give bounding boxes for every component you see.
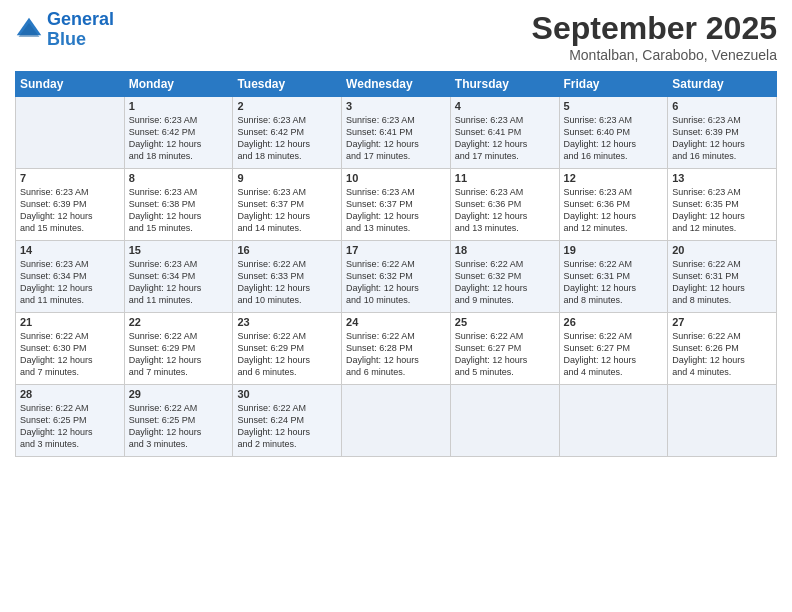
col-header-friday: Friday — [559, 72, 668, 97]
calendar-header-row: SundayMondayTuesdayWednesdayThursdayFrid… — [16, 72, 777, 97]
day-number: 27 — [672, 316, 772, 328]
col-header-monday: Monday — [124, 72, 233, 97]
calendar-table: SundayMondayTuesdayWednesdayThursdayFrid… — [15, 71, 777, 457]
day-cell — [668, 385, 777, 457]
day-number: 20 — [672, 244, 772, 256]
day-cell — [450, 385, 559, 457]
day-number: 2 — [237, 100, 337, 112]
week-row-4: 21Sunrise: 6:22 AM Sunset: 6:30 PM Dayli… — [16, 313, 777, 385]
day-cell: 20Sunrise: 6:22 AM Sunset: 6:31 PM Dayli… — [668, 241, 777, 313]
day-cell — [16, 97, 125, 169]
col-header-sunday: Sunday — [16, 72, 125, 97]
day-cell: 1Sunrise: 6:23 AM Sunset: 6:42 PM Daylig… — [124, 97, 233, 169]
day-cell: 30Sunrise: 6:22 AM Sunset: 6:24 PM Dayli… — [233, 385, 342, 457]
day-cell: 7Sunrise: 6:23 AM Sunset: 6:39 PM Daylig… — [16, 169, 125, 241]
day-number: 9 — [237, 172, 337, 184]
day-number: 30 — [237, 388, 337, 400]
page: General Blue September 2025 Montalban, C… — [0, 0, 792, 612]
day-info: Sunrise: 6:23 AM Sunset: 6:34 PM Dayligh… — [129, 258, 229, 307]
day-number: 5 — [564, 100, 664, 112]
day-info: Sunrise: 6:23 AM Sunset: 6:36 PM Dayligh… — [455, 186, 555, 235]
day-info: Sunrise: 6:23 AM Sunset: 6:34 PM Dayligh… — [20, 258, 120, 307]
day-number: 22 — [129, 316, 229, 328]
week-row-3: 14Sunrise: 6:23 AM Sunset: 6:34 PM Dayli… — [16, 241, 777, 313]
day-cell: 5Sunrise: 6:23 AM Sunset: 6:40 PM Daylig… — [559, 97, 668, 169]
day-info: Sunrise: 6:23 AM Sunset: 6:41 PM Dayligh… — [455, 114, 555, 163]
col-header-saturday: Saturday — [668, 72, 777, 97]
col-header-wednesday: Wednesday — [342, 72, 451, 97]
logo-text: General Blue — [47, 10, 114, 50]
day-number: 16 — [237, 244, 337, 256]
week-row-5: 28Sunrise: 6:22 AM Sunset: 6:25 PM Dayli… — [16, 385, 777, 457]
day-info: Sunrise: 6:23 AM Sunset: 6:37 PM Dayligh… — [237, 186, 337, 235]
day-number: 15 — [129, 244, 229, 256]
day-number: 13 — [672, 172, 772, 184]
day-info: Sunrise: 6:22 AM Sunset: 6:32 PM Dayligh… — [455, 258, 555, 307]
month-title: September 2025 — [532, 10, 777, 47]
day-cell: 6Sunrise: 6:23 AM Sunset: 6:39 PM Daylig… — [668, 97, 777, 169]
day-number: 14 — [20, 244, 120, 256]
day-number: 18 — [455, 244, 555, 256]
day-number: 24 — [346, 316, 446, 328]
day-info: Sunrise: 6:23 AM Sunset: 6:36 PM Dayligh… — [564, 186, 664, 235]
day-number: 25 — [455, 316, 555, 328]
day-info: Sunrise: 6:23 AM Sunset: 6:39 PM Dayligh… — [20, 186, 120, 235]
day-number: 1 — [129, 100, 229, 112]
day-number: 17 — [346, 244, 446, 256]
day-cell: 17Sunrise: 6:22 AM Sunset: 6:32 PM Dayli… — [342, 241, 451, 313]
day-number: 6 — [672, 100, 772, 112]
day-info: Sunrise: 6:22 AM Sunset: 6:31 PM Dayligh… — [672, 258, 772, 307]
logo: General Blue — [15, 10, 114, 50]
day-number: 26 — [564, 316, 664, 328]
day-cell: 23Sunrise: 6:22 AM Sunset: 6:29 PM Dayli… — [233, 313, 342, 385]
col-header-thursday: Thursday — [450, 72, 559, 97]
day-cell: 8Sunrise: 6:23 AM Sunset: 6:38 PM Daylig… — [124, 169, 233, 241]
day-number: 29 — [129, 388, 229, 400]
day-cell: 4Sunrise: 6:23 AM Sunset: 6:41 PM Daylig… — [450, 97, 559, 169]
day-cell: 14Sunrise: 6:23 AM Sunset: 6:34 PM Dayli… — [16, 241, 125, 313]
location: Montalban, Carabobo, Venezuela — [532, 47, 777, 63]
day-number: 4 — [455, 100, 555, 112]
day-info: Sunrise: 6:22 AM Sunset: 6:30 PM Dayligh… — [20, 330, 120, 379]
day-info: Sunrise: 6:22 AM Sunset: 6:25 PM Dayligh… — [20, 402, 120, 451]
day-cell: 29Sunrise: 6:22 AM Sunset: 6:25 PM Dayli… — [124, 385, 233, 457]
day-cell: 28Sunrise: 6:22 AM Sunset: 6:25 PM Dayli… — [16, 385, 125, 457]
day-cell: 12Sunrise: 6:23 AM Sunset: 6:36 PM Dayli… — [559, 169, 668, 241]
day-cell: 22Sunrise: 6:22 AM Sunset: 6:29 PM Dayli… — [124, 313, 233, 385]
logo-icon — [15, 16, 43, 44]
day-cell: 16Sunrise: 6:22 AM Sunset: 6:33 PM Dayli… — [233, 241, 342, 313]
day-info: Sunrise: 6:22 AM Sunset: 6:29 PM Dayligh… — [237, 330, 337, 379]
day-info: Sunrise: 6:23 AM Sunset: 6:39 PM Dayligh… — [672, 114, 772, 163]
day-number: 3 — [346, 100, 446, 112]
day-info: Sunrise: 6:22 AM Sunset: 6:25 PM Dayligh… — [129, 402, 229, 451]
day-number: 12 — [564, 172, 664, 184]
day-info: Sunrise: 6:23 AM Sunset: 6:41 PM Dayligh… — [346, 114, 446, 163]
day-info: Sunrise: 6:22 AM Sunset: 6:28 PM Dayligh… — [346, 330, 446, 379]
day-info: Sunrise: 6:23 AM Sunset: 6:42 PM Dayligh… — [237, 114, 337, 163]
day-cell — [342, 385, 451, 457]
header: General Blue September 2025 Montalban, C… — [15, 10, 777, 63]
day-cell: 21Sunrise: 6:22 AM Sunset: 6:30 PM Dayli… — [16, 313, 125, 385]
week-row-2: 7Sunrise: 6:23 AM Sunset: 6:39 PM Daylig… — [16, 169, 777, 241]
day-cell: 3Sunrise: 6:23 AM Sunset: 6:41 PM Daylig… — [342, 97, 451, 169]
day-cell: 27Sunrise: 6:22 AM Sunset: 6:26 PM Dayli… — [668, 313, 777, 385]
day-cell: 25Sunrise: 6:22 AM Sunset: 6:27 PM Dayli… — [450, 313, 559, 385]
day-info: Sunrise: 6:22 AM Sunset: 6:24 PM Dayligh… — [237, 402, 337, 451]
day-number: 23 — [237, 316, 337, 328]
day-cell: 9Sunrise: 6:23 AM Sunset: 6:37 PM Daylig… — [233, 169, 342, 241]
day-number: 19 — [564, 244, 664, 256]
day-cell: 26Sunrise: 6:22 AM Sunset: 6:27 PM Dayli… — [559, 313, 668, 385]
title-block: September 2025 Montalban, Carabobo, Vene… — [532, 10, 777, 63]
day-info: Sunrise: 6:22 AM Sunset: 6:31 PM Dayligh… — [564, 258, 664, 307]
day-cell — [559, 385, 668, 457]
col-header-tuesday: Tuesday — [233, 72, 342, 97]
day-number: 7 — [20, 172, 120, 184]
day-number: 21 — [20, 316, 120, 328]
day-cell: 15Sunrise: 6:23 AM Sunset: 6:34 PM Dayli… — [124, 241, 233, 313]
day-cell: 24Sunrise: 6:22 AM Sunset: 6:28 PM Dayli… — [342, 313, 451, 385]
day-cell: 13Sunrise: 6:23 AM Sunset: 6:35 PM Dayli… — [668, 169, 777, 241]
day-cell: 19Sunrise: 6:22 AM Sunset: 6:31 PM Dayli… — [559, 241, 668, 313]
day-info: Sunrise: 6:22 AM Sunset: 6:29 PM Dayligh… — [129, 330, 229, 379]
day-info: Sunrise: 6:23 AM Sunset: 6:42 PM Dayligh… — [129, 114, 229, 163]
calendar-body: 1Sunrise: 6:23 AM Sunset: 6:42 PM Daylig… — [16, 97, 777, 457]
